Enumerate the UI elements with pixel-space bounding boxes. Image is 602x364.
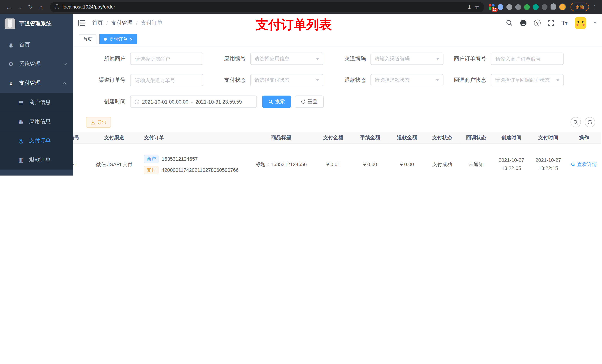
menu-dots-icon[interactable]: ⋮ [591, 3, 598, 10]
extension-icon[interactable] [533, 4, 539, 10]
breadcrumb: 首页 / 支付管理 / 支付订单 [92, 20, 162, 26]
sidebar-logo[interactable]: 芋道管理系统 [0, 14, 73, 34]
date-start[interactable]: 2021-10-01 00:00:00 [142, 99, 188, 104]
cell-refund: ¥ 0.00 [388, 144, 425, 176]
date-range-picker[interactable]: 2021-10-01 00:00:00 - 2021-10-31 23:59:5… [130, 95, 257, 108]
chevron-down-icon [556, 79, 559, 81]
sidebar-item-infra[interactable]: ▣基础设施 [0, 170, 73, 176]
reset-button[interactable]: 重置 [295, 95, 324, 108]
extension-icon[interactable] [506, 4, 512, 10]
filter-field: 应用编号请选择应用信息 [203, 52, 323, 65]
column-header: 退款金额 [388, 132, 425, 144]
browser-profile-avatar[interactable] [559, 3, 566, 10]
filter-select[interactable]: 请选择订单回调商户状态 [491, 74, 564, 86]
caret-down-icon[interactable] [593, 22, 597, 24]
user-avatar[interactable] [575, 17, 586, 29]
yen-icon: ¥ [8, 80, 14, 86]
merchant-tag: 商户 [144, 155, 159, 163]
cell-pay-status: 支付成功 [425, 144, 459, 176]
sidebar-menu: ◉首页⚙系统管理¥支付管理▤商户信息▦应用信息◎支付订单▥退款订单▣基础设施◧研… [0, 35, 73, 176]
export-button[interactable]: 导出 [86, 117, 111, 128]
sidebar-item-pay[interactable]: ¥支付管理 [0, 74, 73, 93]
merchant-icon: ▤ [18, 99, 24, 106]
fullscreen-icon[interactable] [548, 20, 554, 26]
search-button[interactable]: 搜索 [262, 95, 291, 108]
filter-field: 商户订单编号 [443, 52, 563, 65]
chevron-down-icon [63, 62, 67, 66]
column-header: 手续金额 [352, 132, 388, 144]
sidebar-item-home[interactable]: ◉首页 [0, 35, 73, 54]
filter-select[interactable]: 请选择应用信息 [250, 52, 323, 65]
cell-fee: ¥ 0.00 [352, 144, 388, 176]
view-detail-link[interactable]: 查看详情 [571, 161, 597, 168]
title-value: 1635312124656 [271, 161, 307, 167]
font-size-icon[interactable]: TT [561, 20, 567, 26]
filter-label: 所属商户 [83, 55, 130, 62]
filter-label: 应用编号 [203, 55, 250, 62]
column-header: 创建时间 [493, 132, 530, 144]
filter-input[interactable] [130, 74, 203, 86]
table-row: 21微信 JSAPI 支付商户1635312124657支付4200001174… [73, 144, 601, 176]
extension-icon[interactable] [498, 4, 503, 10]
filter-row-1: 所属商户应用编号请选择应用信息渠道编码请输入渠道编码商户订单编号 [83, 52, 602, 65]
search-icon[interactable] [506, 20, 513, 26]
tab-home[interactable]: 首页 [79, 34, 96, 44]
filter-field: 回调商户状态请选择订单回调商户状态 [443, 74, 563, 86]
refresh-table-button[interactable] [585, 117, 595, 127]
breadcrumb-separator: / [136, 20, 138, 26]
update-button[interactable]: 更新 [570, 3, 589, 11]
refund-icon: ▥ [18, 156, 24, 163]
back-icon[interactable]: ← [4, 2, 14, 12]
share-icon[interactable]: ↥ [467, 4, 472, 10]
star-icon[interactable]: ☆ [475, 4, 479, 10]
forward-icon[interactable]: → [15, 2, 25, 12]
tab-pay-order[interactable]: 支付订单 × [99, 34, 137, 44]
merchant-order-no: 1635312124657 [161, 156, 198, 162]
sidebar-item-system[interactable]: ⚙系统管理 [0, 54, 73, 74]
collapse-menu-icon[interactable] [78, 20, 85, 26]
extension-badge: 10 [492, 7, 498, 12]
browser-extensions: 10 [489, 3, 566, 10]
filter-label: 创建时间 [83, 98, 130, 105]
toggle-search-button[interactable] [570, 117, 581, 127]
github-icon[interactable] [520, 20, 527, 26]
cell-created-time: 2021-10-2713:22:05 [493, 144, 530, 176]
logo-avatar [5, 19, 15, 29]
column-header: 编号 [73, 132, 88, 144]
filter-input[interactable] [491, 52, 564, 65]
filter-field: 创建时间 2021-10-01 00:00:00 - 2021-10-31 23… [83, 95, 257, 108]
filter-select[interactable]: 请选择支付状态 [250, 74, 323, 86]
home-icon[interactable]: ⌂ [36, 2, 46, 12]
sidebar-item-label: 支付管理 [19, 80, 41, 87]
order-pay-line: 支付4200001174202110278060590766 [144, 166, 246, 174]
sidebar-item-refund-order[interactable]: ▥退款订单 [0, 150, 73, 170]
date-end[interactable]: 2021-10-31 23:59:59 [195, 99, 242, 104]
filter-select[interactable]: 请输入渠道编码 [370, 52, 443, 65]
extensions-grid-icon[interactable]: 10 [489, 4, 494, 10]
url-bar[interactable]: ⓘ localhost:1024/pay/order ↥ ☆ [50, 2, 484, 12]
filter-field: 渠道订单号 [83, 74, 203, 86]
breadcrumb-item[interactable]: 支付管理 [111, 20, 133, 26]
url-text[interactable]: localhost:1024/pay/order [63, 4, 464, 10]
puzzle-icon[interactable] [550, 4, 556, 10]
reload-icon[interactable]: ↻ [25, 2, 35, 12]
breadcrumb-item[interactable]: 首页 [92, 20, 103, 26]
close-icon[interactable]: × [130, 37, 133, 42]
select-placeholder: 请选择退款状态 [375, 77, 434, 83]
info-icon[interactable]: ⓘ [55, 3, 60, 10]
filter-input[interactable] [130, 52, 203, 65]
filter-select[interactable]: 请选择退款状态 [370, 74, 443, 86]
column-header: 支付金额 [315, 132, 352, 144]
extension-icon[interactable] [515, 4, 521, 10]
table-tools [570, 117, 595, 127]
extension-icon[interactable] [542, 4, 547, 10]
browser-chrome: ← → ↻ ⌂ ⓘ localhost:1024/pay/order ↥ ☆ 1… [0, 0, 602, 14]
chevron-down-icon [316, 58, 319, 60]
sidebar-item-merchant-info[interactable]: ▤商户信息 [0, 93, 73, 112]
sidebar-item-label: 系统管理 [19, 61, 41, 68]
chevron-down-icon [436, 79, 439, 81]
extension-icon[interactable] [524, 4, 530, 10]
sidebar-item-pay-order[interactable]: ◎支付订单 [0, 131, 73, 150]
help-icon[interactable]: ? [534, 20, 540, 26]
sidebar-item-app-info[interactable]: ▦应用信息 [0, 112, 73, 131]
